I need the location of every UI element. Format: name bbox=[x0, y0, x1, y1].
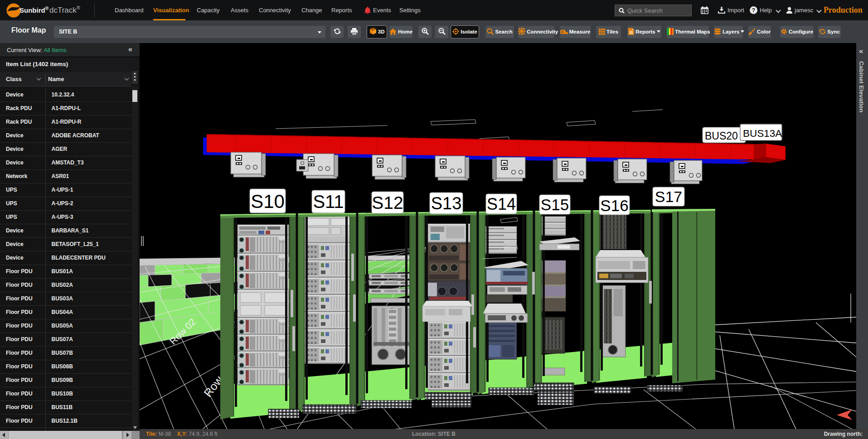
svg-text:S13: S13 bbox=[431, 194, 462, 213]
svg-text:BUS13A: BUS13A bbox=[743, 128, 782, 139]
svg-text:S16: S16 bbox=[600, 197, 628, 214]
svg-text:?: ? bbox=[752, 7, 755, 14]
svg-text:S10: S10 bbox=[251, 191, 285, 212]
svg-text:S17: S17 bbox=[655, 188, 683, 205]
svg-text:S15: S15 bbox=[541, 196, 569, 213]
svg-text:S12: S12 bbox=[372, 193, 403, 212]
svg-text:BUS20: BUS20 bbox=[705, 130, 738, 142]
svg-text:S11: S11 bbox=[313, 192, 344, 212]
svg-text:S14: S14 bbox=[487, 195, 516, 213]
